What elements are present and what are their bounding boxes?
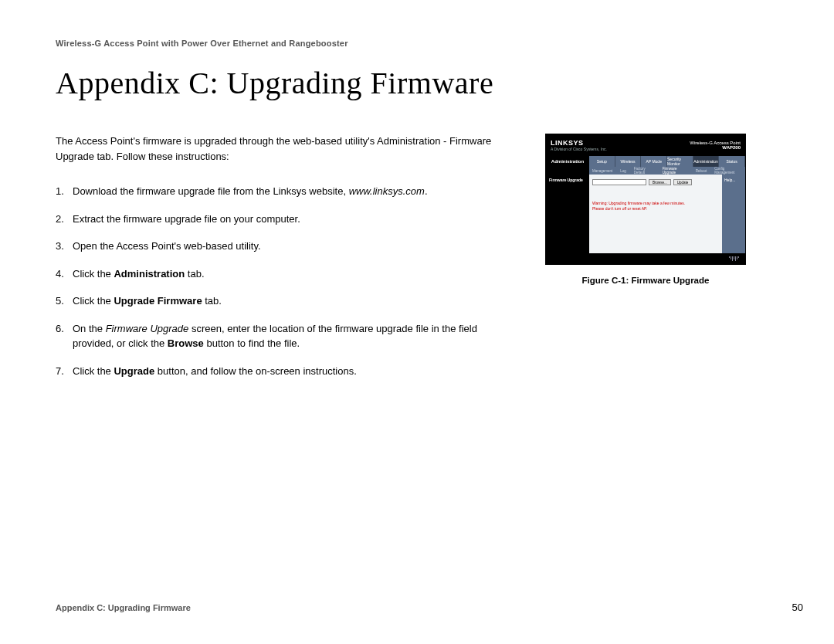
subtab-spacer: [546, 167, 589, 175]
step-text: tab.: [185, 268, 204, 280]
file-input-row: Browse... Update: [592, 179, 719, 185]
screenshot-firmware-upgrade: LINKSYS A Division of Cisco Systems, Inc…: [545, 134, 746, 265]
step-5: Click the Upgrade Firmware tab.: [56, 293, 519, 309]
subtab-management[interactable]: Management: [592, 167, 612, 175]
step-bold: Upgrade Firmware: [114, 295, 202, 307]
cisco-logo-icon: [727, 256, 741, 262]
screenshot-footer: [546, 253, 745, 264]
step-6: On the Firmware Upgrade screen, enter th…: [56, 321, 519, 351]
step-text: .: [425, 185, 428, 197]
step-text: Download the firmware upgrade file from …: [73, 185, 349, 197]
file-path-input[interactable]: [592, 179, 646, 185]
step-bold: Administration: [114, 268, 185, 280]
tab-wireless[interactable]: Wireless: [615, 156, 642, 167]
main-tabs: Setup Wireless AP Mode Security Monitor …: [589, 156, 745, 167]
tab-setup[interactable]: Setup: [589, 156, 615, 167]
section-label: Administration: [546, 156, 589, 167]
screenshot-form: Browse... Update Warning: Upgrading firm…: [589, 175, 722, 253]
step-3: Open the Access Point's web-based utilit…: [56, 239, 519, 254]
instruction-list: Download the firmware upgrade file from …: [56, 184, 519, 378]
linksys-logo-sub: A Division of Cisco Systems, Inc.: [551, 147, 607, 151]
tab-security-monitor[interactable]: Security Monitor: [667, 156, 693, 167]
step-text: tab.: [202, 295, 222, 307]
document-page: Wireless-G Access Point with Power Over …: [0, 0, 834, 644]
model-name: WAP200: [690, 145, 741, 150]
page-title: Appendix C: Upgrading Firmware: [56, 65, 803, 101]
linksys-logo: LINKSYS: [551, 139, 607, 147]
warning-line-2: Please don't turn off or reset AP.: [592, 206, 719, 212]
tab-status[interactable]: Status: [719, 156, 745, 167]
screenshot-tabs-row: Administration Setup Wireless AP Mode Se…: [546, 156, 745, 167]
step-7: Click the Upgrade button, and follow the…: [56, 364, 519, 379]
subtab-firmware-upgrade[interactable]: Firmware Upgrade: [663, 167, 688, 175]
body-text-column: The Access Point's firmware is upgraded …: [56, 134, 519, 391]
screenshot-header: LINKSYS A Division of Cisco Systems, Inc…: [546, 134, 745, 156]
step-link-text: www.linksys.com: [349, 185, 425, 197]
figure-caption: Figure C-1: Firmware Upgrade: [545, 276, 746, 285]
page-footer: Appendix C: Upgrading Firmware 50: [56, 602, 803, 613]
subtab-reboot[interactable]: Reboot: [696, 167, 707, 175]
figure-c1: LINKSYS A Division of Cisco Systems, Inc…: [545, 134, 746, 285]
step-text: button, and follow the on-screen instruc…: [154, 365, 357, 377]
page-number: 50: [792, 602, 803, 613]
update-button[interactable]: Update: [673, 179, 693, 185]
tab-ap-mode[interactable]: AP Mode: [641, 156, 667, 167]
footer-section-name: Appendix C: Upgrading Firmware: [56, 603, 191, 612]
body-side-label: Firmware Upgrade: [546, 175, 589, 253]
subtab-config-management[interactable]: Config Management: [714, 167, 742, 175]
step-text: Click the: [73, 365, 114, 377]
subtab-factory-default[interactable]: Factory Default: [634, 167, 655, 175]
running-header: Wireless-G Access Point with Power Over …: [56, 39, 803, 48]
step-bold: Browse: [168, 337, 204, 349]
intro-paragraph: The Access Point's firmware is upgraded …: [56, 134, 519, 164]
screenshot-subtabs-row: Management Log Factory Default Firmware …: [546, 167, 745, 175]
model-info: Wireless-G Access Point WAP200: [690, 141, 741, 150]
tab-administration[interactable]: Administration: [693, 156, 720, 167]
step-text: button to find the file.: [204, 337, 300, 349]
step-2: Extract the firmware upgrade file on you…: [56, 212, 519, 227]
sub-tabs: Management Log Factory Default Firmware …: [589, 167, 745, 175]
step-text: Click the: [73, 295, 114, 307]
screenshot-body: Firmware Upgrade Browse... Update Warnin…: [546, 175, 745, 253]
step-bold: Upgrade: [114, 365, 154, 377]
subtab-log[interactable]: Log: [620, 167, 626, 175]
step-text: On the: [73, 323, 106, 334]
browse-button[interactable]: Browse...: [649, 179, 671, 185]
help-panel[interactable]: Help...: [722, 175, 745, 253]
figure-column: LINKSYS A Division of Cisco Systems, Inc…: [545, 134, 746, 391]
step-4: Click the Administration tab.: [56, 266, 519, 282]
step-italic: Firmware Upgrade: [106, 323, 189, 334]
content-row: The Access Point's firmware is upgraded …: [56, 134, 803, 391]
step-text: Click the: [73, 268, 114, 280]
step-1: Download the firmware upgrade file from …: [56, 184, 519, 199]
screenshot-main-area: Browse... Update Warning: Upgrading firm…: [589, 175, 745, 253]
